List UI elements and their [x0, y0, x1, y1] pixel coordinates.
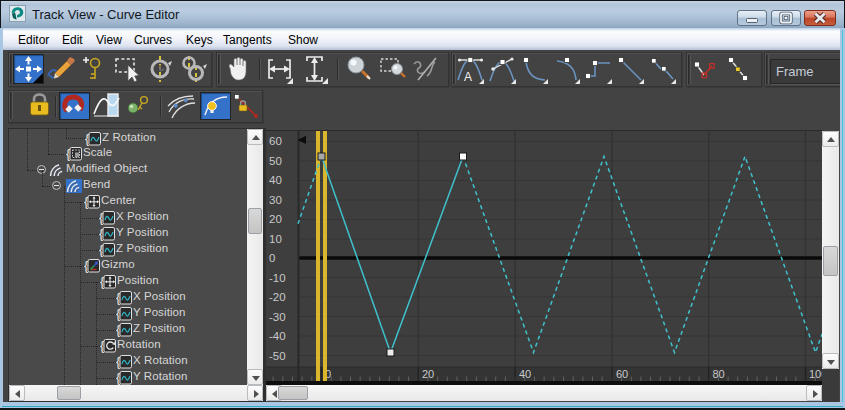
- svg-text:80: 80: [713, 368, 725, 380]
- svg-text:{: {: [99, 211, 103, 225]
- svg-text:{: {: [100, 275, 104, 289]
- svg-text:20: 20: [422, 368, 434, 380]
- svg-text:50: 50: [269, 155, 282, 167]
- svg-text:{: {: [116, 323, 120, 337]
- svg-text:{: {: [116, 355, 120, 369]
- svg-text:{: {: [116, 307, 120, 321]
- svg-text:{: {: [100, 339, 104, 353]
- svg-text:{: {: [66, 147, 70, 161]
- svg-text:{: {: [85, 132, 89, 146]
- svg-text:60: 60: [269, 135, 282, 147]
- svg-text:{: {: [116, 291, 120, 305]
- svg-text:-10: -10: [269, 272, 286, 284]
- svg-text:40: 40: [519, 368, 531, 380]
- svg-text:0: 0: [269, 252, 275, 264]
- svg-text:{: {: [116, 371, 120, 385]
- svg-text:60: 60: [616, 368, 628, 380]
- svg-text:{: {: [99, 227, 103, 241]
- svg-text:30: 30: [269, 194, 282, 206]
- svg-text:-20: -20: [269, 291, 286, 303]
- svg-text:20: 20: [269, 213, 282, 225]
- svg-text:{: {: [99, 243, 103, 257]
- svg-text:100: 100: [809, 368, 822, 380]
- svg-text:{: {: [84, 195, 88, 209]
- svg-text:-30: -30: [269, 311, 286, 323]
- svg-text:-40: -40: [269, 330, 286, 342]
- svg-text:-50: -50: [269, 350, 286, 362]
- svg-text:A: A: [464, 70, 472, 84]
- svg-text:10: 10: [269, 233, 282, 245]
- svg-text:{: {: [84, 259, 88, 273]
- svg-text:40: 40: [269, 174, 282, 186]
